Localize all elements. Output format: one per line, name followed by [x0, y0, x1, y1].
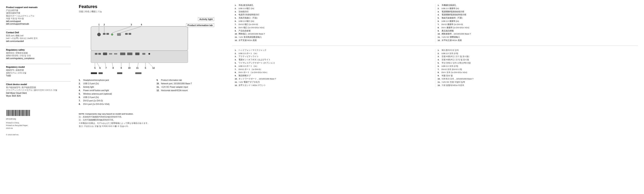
lang-feature-item: 12. 水平支架/VESA 底座 — [235, 39, 433, 42]
lang-feature-item: 7. DVI-D ポート（1x DVI-D） — [235, 68, 433, 71]
contact-dell-title: Contact Dell — [6, 31, 71, 34]
feature-item: 9. Product information tab — [156, 79, 228, 82]
lang-feature-item: 4. 전원 버튼(켜고 끄기) 및 표시등 — [438, 58, 636, 61]
svg-rect-38 — [129, 33, 131, 35]
product-support-title: Product support and manuals — [6, 6, 71, 8]
lang-feature-item: 5. 무선 안테나 단자 소켓(선택사양) — [438, 62, 636, 64]
svg-text:11: 11 — [136, 67, 138, 69]
svg-rect-26 — [26, 110, 27, 116]
svg-rect-29 — [29, 110, 29, 116]
svg-text:12: 12 — [152, 67, 155, 69]
lang-feature-item: 4. 電源開關/電源按鈕和指示燈 — [438, 13, 636, 16]
svg-rect-79 — [135, 72, 142, 74]
svg-rect-12 — [16, 110, 16, 116]
svg-rect-30 — [30, 110, 30, 116]
svg-rect-27 — [27, 110, 28, 116]
lang-col-zh-tw: 1. 耳機/麥克風插孔 2. USB 2.0 連接埠 (2x) 3. 電源開關/… — [435, 4, 638, 42]
regulatory-safety-link: dell.com/regulatory_compliance — [6, 57, 71, 59]
svg-text:7: 7 — [106, 67, 107, 69]
lang-feature-item: 11. +12V DC 전원 어댑터 입력 — [438, 81, 636, 83]
feature-item: 10. Network port, 10/100/1000 Base-T — [156, 82, 228, 85]
regulatory-model-title: Regulatory model — [6, 66, 71, 68]
lang-feature-item: 1. ヘッドフォン / マイクジャック — [235, 49, 433, 52]
divider-3 — [6, 64, 71, 64]
regulatory-model-value: Tx0D — [6, 75, 71, 77]
svg-rect-43 — [109, 53, 112, 54]
lang-feature-item: 3. 電源開關/電源按鈕指示燈 — [438, 10, 636, 13]
svg-text:3: 3 — [131, 23, 132, 26]
svg-point-32 — [97, 33, 100, 36]
svg-rect-1 — [7, 110, 8, 116]
lang-feature-item: 5. 无线天线接口（可选） — [235, 17, 433, 19]
lang-feature-item: 6. USB 2.0 連接埠 (2x) — [438, 20, 636, 22]
client-device-title: Client device model — [6, 83, 71, 85]
svg-rect-44 — [114, 53, 117, 54]
features-subtitle: 功能 | 特色 | 機能 | 기능 — [79, 10, 228, 13]
lang-feature-item: 2. USB 2.0 ポート（2x） — [235, 52, 433, 55]
lang-feature-item: 9. 產品資訊標籤 — [438, 30, 636, 32]
svg-rect-8 — [12, 110, 13, 116]
lang-feature-item: 3. 전원 버튼(켜고 끄기 및 표시등) — [438, 55, 636, 58]
lang-feature-item: 4. 电源开/关按钮和指示灯 — [235, 13, 433, 16]
contact-dell-link: dell.com/contactdell — [6, 40, 71, 42]
lang-feature-item: 8. DVI-I ポート（1x DVI-D/1x VGA） — [235, 71, 433, 74]
lang-feature-item: 4. 電源オン / オフボタンおよびライト — [235, 58, 433, 61]
lang-feature-item: 11. +12V 直流电源适配器输入 — [235, 36, 433, 38]
lang-feature-item: 5. ワイヤレスアンテナポート (オプション) — [235, 62, 433, 64]
lang-col-zh-cn: 1. 耳机/麦克风插孔 2. USB 2.0 端口 (2x) 3. 活动指示灯 … — [232, 4, 435, 42]
barcode-section: 0FV24FA0Q Printed in China. Printed on R… — [6, 110, 71, 130]
right-language-columns: 1. 耳机/麦克风插孔 2. USB 2.0 端口 (2x) 3. 活动指示灯 … — [232, 4, 638, 190]
lang-feature-item: 12. 水平スタンド / VESA マウント — [235, 84, 433, 87]
svg-rect-24 — [25, 110, 25, 116]
note-bold: NOTE: Components may vary based on model… — [79, 112, 210, 115]
regulatory-safety-section: Regulatory safety 规章安全 | 管制安全規範 規制の安全性 |… — [6, 49, 71, 60]
divider-1 — [6, 29, 71, 30]
svg-rect-6 — [11, 110, 11, 116]
feature-item: 6. USB 2.0 port (2x) — [79, 96, 150, 99]
lang-feature-item: 8. DVI-I 포트 (1x DVI-D/1x VGA) — [438, 71, 636, 74]
feature-col-left: 1. Headphone/microphone jack 2. USB 2.0 … — [79, 79, 150, 106]
lang-feature-item: 8. DVI-I 端口 (1x DVI-D/1x VGA) — [235, 26, 433, 29]
lang-feature-item: 2. USB 2.0 포트 (2개) — [438, 52, 636, 55]
svg-rect-39 — [91, 51, 188, 63]
lang-feature-item: 3. アクティビティライト — [235, 55, 433, 58]
svg-rect-42 — [103, 53, 107, 55]
contact-dell-section: Contact Dell 联系 Dell | 聯絡 Dell Dell へのお問… — [6, 31, 71, 42]
lang-feature-item: 6. USB 2.0 端口 (2x) — [235, 20, 433, 22]
client-device-subtitles: 客户端设备型号 | 客戶端裝置型號 クライアントデバイスモデル | 클라이언트 … — [6, 86, 71, 92]
lang-col-ja: 1. ヘッドフォン / マイクジャック 2. USB 2.0 ポート（2x） 3… — [232, 49, 435, 87]
svg-rect-16 — [18, 110, 19, 116]
svg-rect-31 — [91, 26, 188, 51]
product-support-link1: dell.com/support — [6, 20, 71, 22]
product-info-tab-label: Product information tab — [186, 23, 214, 27]
features-section: Features 功能 | 特色 | 機能 | 기능 — [75, 4, 232, 190]
feature-item: 12. Horizontal stand/VESA mount — [156, 89, 228, 92]
svg-rect-41 — [98, 53, 101, 55]
svg-rect-34 — [106, 33, 109, 35]
product-support-section: Product support and manuals 产品文档手册 適用支援與… — [6, 6, 71, 25]
regulatory-model-section: Regulatory model 规格型号 | 規格型號 規制モデル | 규격 … — [6, 66, 71, 77]
lang-feature-item: 12. 水平站立架/VESA 底座 — [438, 39, 636, 42]
svg-rect-22 — [24, 110, 24, 116]
feature-item: 2. USB 2.0 port (2x) — [79, 82, 150, 85]
svg-rect-7 — [12, 110, 12, 116]
svg-text:1: 1 — [98, 23, 100, 26]
lang-feature-item: 6. USB 2.0 포트 (2개) — [438, 65, 636, 68]
client-device-value2: Wyse 3020 系列 — [6, 95, 71, 97]
feature-col-right: 9. Product information tab 10. Network p… — [156, 79, 228, 106]
svg-rect-17 — [20, 110, 20, 116]
lang-feature-item: 10. 네트워크 포트，10/100/1000 Base-T — [438, 78, 636, 80]
svg-rect-0 — [6, 110, 7, 116]
left-column: Product support and manuals 产品文档手册 適用支援與… — [6, 4, 75, 190]
feature-item: 4. Power on/off button and light — [79, 89, 150, 92]
print-info: Printed in China. Printed on Recycled Pa… — [6, 122, 71, 130]
lang-feature-item: 2. USB 2.0 連接埠 (2x) — [438, 7, 636, 10]
device-diagram-container: 1 2 3 4 5 6 7 8 9 10 11 5 12 — [79, 16, 224, 77]
svg-rect-2 — [8, 110, 8, 116]
svg-rect-40 — [95, 53, 97, 55]
product-support-subtitles: 产品文档手册 適用支援與手冊 製品サポートおよびマニュアル 제품 지원 및 매뉴… — [6, 9, 71, 20]
svg-rect-13 — [16, 110, 17, 116]
svg-rect-23 — [24, 110, 24, 116]
lang-feature-item: 12. 가로 방향대/VESA 마운트 — [438, 84, 636, 87]
svg-rect-78 — [117, 72, 122, 74]
